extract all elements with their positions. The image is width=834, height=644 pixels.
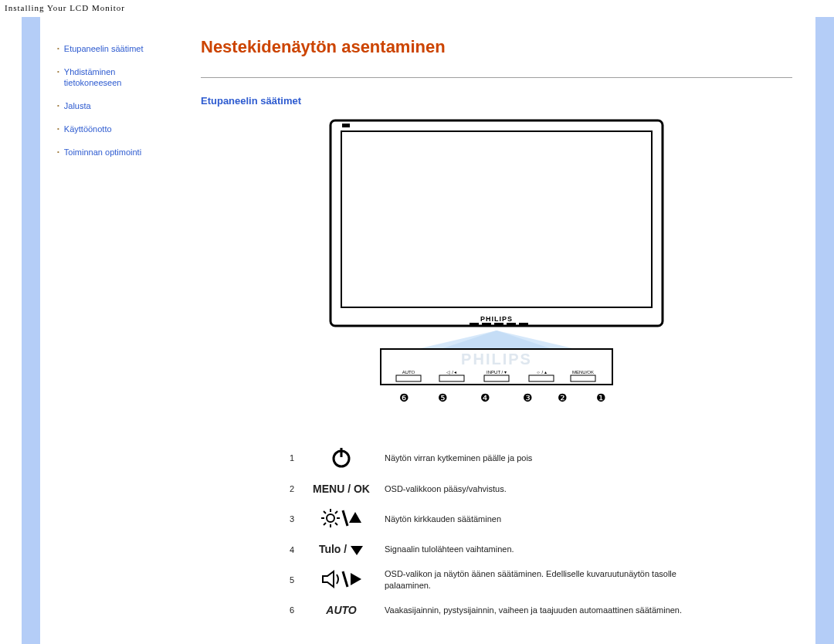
svg-rect-18 <box>396 375 421 381</box>
svg-line-39 <box>324 523 326 525</box>
svg-marker-43 <box>323 571 334 587</box>
table-row: 3 <box>285 507 708 531</box>
table-row: 6 AUTO Vaakasijainnin, pystysijainnin, v… <box>285 603 708 617</box>
control-number: 1 <box>285 445 299 471</box>
monitor-svg: PHILIPS PHILIPS <box>296 114 697 415</box>
svg-text:MENU/OK: MENU/OK <box>572 370 594 375</box>
table-row: 2 MENU / OK OSD-valikkoon pääsy/vahvistu… <box>285 482 708 496</box>
sidebar-item-label[interactable]: Etupaneelin säätimet <box>64 43 144 54</box>
control-description: OSD-valikon ja näytön äänen säätäminen. … <box>384 568 708 592</box>
svg-text:◁ / ◂: ◁ / ◂ <box>446 370 456 375</box>
svg-line-37 <box>335 523 337 525</box>
sidebar: • Etupaneelin säätimet • Yhdistäminen ti… <box>22 17 179 644</box>
sidebar-item-getting-started[interactable]: • Käyttöönotto <box>57 124 173 134</box>
svg-marker-45 <box>351 573 361 585</box>
brightness-up-icon <box>308 507 375 531</box>
table-row: 4 Tulo / Signaalin tulolähteen vaihtamin… <box>285 542 708 557</box>
svg-rect-20 <box>484 375 509 381</box>
svg-text:❹: ❹ <box>480 391 490 404</box>
power-icon <box>308 445 375 471</box>
svg-line-36 <box>324 511 326 514</box>
bullet-icon: • <box>57 66 59 76</box>
svg-rect-8 <box>519 323 528 326</box>
svg-rect-2 <box>342 124 350 127</box>
sidebar-item-label[interactable]: Käyttöönotto <box>64 124 112 134</box>
svg-rect-1 <box>341 131 652 307</box>
divider <box>201 77 792 78</box>
page-header-tab: Installing Your LCD Monitor <box>0 0 834 17</box>
svg-line-38 <box>335 511 337 514</box>
svg-marker-42 <box>351 546 363 555</box>
input-down-label: Tulo / <box>308 542 375 557</box>
svg-text:PHILIPS: PHILIPS <box>480 315 513 323</box>
sidebar-item-base[interactable]: • Jalusta <box>57 100 173 111</box>
svg-text:❷: ❷ <box>558 391 568 404</box>
control-number: 6 <box>285 603 299 617</box>
control-description: Näytön virran kytkeminen päälle ja pois <box>384 445 708 471</box>
left-gutter <box>0 17 22 644</box>
sidebar-item-label[interactable]: Toiminnan optimointi <box>64 147 141 158</box>
control-number: 4 <box>285 542 299 557</box>
svg-point-31 <box>327 514 334 522</box>
volume-left-icon <box>308 568 375 592</box>
svg-line-40 <box>343 510 348 526</box>
bullet-icon: • <box>57 43 59 53</box>
menu-ok-label: MENU / OK <box>308 482 375 496</box>
svg-rect-4 <box>470 323 479 326</box>
bullet-icon: • <box>57 124 59 134</box>
svg-rect-21 <box>529 375 554 381</box>
sidebar-item-label[interactable]: Jalusta <box>64 100 91 111</box>
svg-line-44 <box>343 571 348 587</box>
svg-text:❻: ❻ <box>399 391 409 404</box>
svg-text:☼ / ▴: ☼ / ▴ <box>536 370 547 375</box>
svg-text:INPUT / ▾: INPUT / ▾ <box>486 370 507 375</box>
table-row: 5 OSD-valikon ja näytön äänen säätäminen… <box>285 568 708 592</box>
section-heading-front-controls: Etupaneelin säätimet <box>201 95 792 107</box>
bullet-icon: • <box>57 147 59 157</box>
content: Nestekidenäytön asentaminen Etupaneelin … <box>179 17 834 644</box>
svg-rect-7 <box>507 323 516 326</box>
control-number: 3 <box>285 507 299 531</box>
svg-text:❸: ❸ <box>523 391 533 404</box>
svg-text:PHILIPS: PHILIPS <box>461 351 532 368</box>
svg-rect-19 <box>439 375 464 381</box>
page-title: Nestekidenäytön asentaminen <box>201 37 792 57</box>
control-description: OSD-valikkoon pääsy/vahvistus. <box>384 482 708 496</box>
svg-text:❺: ❺ <box>438 391 448 404</box>
control-description: Signaalin tulolähteen vaihtaminen. <box>384 542 708 557</box>
svg-rect-6 <box>494 323 503 326</box>
control-description: Vaakasijainnin, pystysijainnin, vaiheen … <box>384 603 708 617</box>
svg-text:AUTO: AUTO <box>402 370 415 375</box>
monitor-illustration: PHILIPS PHILIPS <box>201 111 792 415</box>
sidebar-item-front-controls[interactable]: • Etupaneelin säätimet <box>57 43 173 54</box>
control-number: 2 <box>285 482 299 496</box>
svg-text:❶: ❶ <box>596 391 606 404</box>
table-row: 1 Näytön virran kytkeminen päälle ja poi… <box>285 445 708 471</box>
sidebar-item-connect-computer[interactable]: • Yhdistäminen tietokoneeseen <box>57 66 173 88</box>
sidebar-item-optimizing[interactable]: • Toiminnan optimointi <box>57 147 173 158</box>
sidebar-item-label[interactable]: Yhdistäminen tietokoneeseen <box>64 66 173 88</box>
svg-rect-5 <box>482 323 491 326</box>
control-number: 5 <box>285 568 299 592</box>
auto-label: AUTO <box>308 603 375 617</box>
control-description: Näytön kirkkauden säätäminen <box>384 507 708 531</box>
svg-rect-22 <box>571 375 595 381</box>
svg-marker-41 <box>349 512 361 523</box>
bullet-icon: • <box>57 100 59 110</box>
controls-table: 1 Näytön virran kytkeminen päälle ja poi… <box>276 434 717 628</box>
